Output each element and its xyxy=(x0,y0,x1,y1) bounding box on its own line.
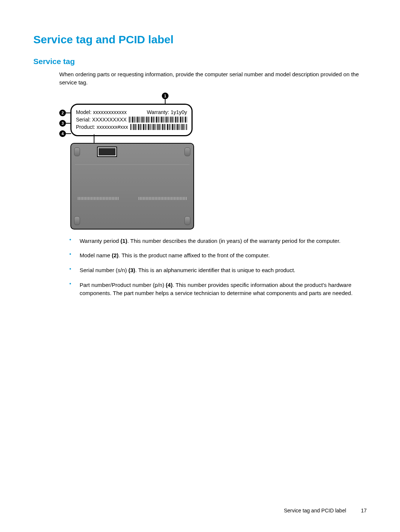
model-text: Model: xxxxxxxxxxxxx xyxy=(76,109,127,115)
warranty-text: Warranty: 1y1y0y xyxy=(147,109,187,115)
bullet-text-lead: Warranty period xyxy=(80,238,120,244)
callout-badge-4: 4 xyxy=(59,130,66,137)
bullet-text-lead: Model name xyxy=(80,252,112,258)
product-text: Product: xxxxxxxx#xxx xyxy=(76,124,128,130)
rubber-foot-icon xyxy=(184,216,190,225)
section-heading: Service tag xyxy=(33,57,367,66)
bullet-text-rest: . This is the product name affixed to th… xyxy=(119,252,270,258)
footer-section-title: Service tag and PCID label xyxy=(284,508,346,513)
rubber-foot-icon xyxy=(184,147,190,156)
list-item: Part number/Product number (p/n) (4). Th… xyxy=(80,281,367,297)
label-row-product: Product: xxxxxxxx#xxx xyxy=(76,124,187,130)
callout-badge-2: 2 xyxy=(59,110,66,116)
service-label-box: Model: xxxxxxxxxxxxx Warranty: 1y1y0y Se… xyxy=(70,104,193,136)
bullet-text-bold: (1) xyxy=(120,238,127,244)
panel-divider xyxy=(75,164,190,165)
callout-line-4 xyxy=(66,133,71,134)
label-location-marker xyxy=(98,147,116,156)
page-footer: Service tag and PCID label 17 xyxy=(284,508,367,513)
service-tag-figure: 1 2 3 4 Model: xxxxxxxxxxxxx Warranty: 1… xyxy=(59,94,200,230)
intro-paragraph: When ordering parts or requesting inform… xyxy=(59,70,367,87)
callout-badge-1: 1 xyxy=(162,93,169,99)
bullet-text-bold: (2) xyxy=(112,252,119,258)
bullet-text-rest: . This number describes the duration (in… xyxy=(127,238,341,244)
rubber-foot-icon xyxy=(74,147,80,156)
document-page: Service tag and PCID label Service tag W… xyxy=(0,0,400,532)
list-item: Warranty period (1). This number describ… xyxy=(80,237,367,245)
intro-block: When ordering parts or requesting inform… xyxy=(59,70,367,87)
barcode-icon xyxy=(130,124,187,130)
bullet-text-bold: (3) xyxy=(129,267,135,273)
bullet-text-rest: . This is an alphanumeric identifier tha… xyxy=(135,267,295,273)
serial-text: Serial: XXXXXXXXXX xyxy=(76,117,127,123)
page-number: 17 xyxy=(361,508,367,513)
page-heading: Service tag and PCID label xyxy=(33,33,367,46)
bullet-text-bold: (4) xyxy=(166,282,173,288)
list-item: Serial number (s/n) (3). This is an alph… xyxy=(80,266,367,274)
bullet-text-lead: Serial number (s/n) xyxy=(80,267,129,273)
barcode-icon xyxy=(129,117,187,123)
callout-badge-3: 3 xyxy=(59,120,66,127)
list-item: Model name (2). This is the product name… xyxy=(80,251,367,260)
bullet-text-lead: Part number/Product number (p/n) xyxy=(80,282,166,288)
callout-descriptions: Warranty period (1). This number describ… xyxy=(59,237,367,297)
label-row-model: Model: xxxxxxxxxxxxx Warranty: 1y1y0y xyxy=(76,109,187,115)
label-row-serial: Serial: XXXXXXXXXX xyxy=(76,117,187,123)
rubber-foot-icon xyxy=(74,216,80,225)
laptop-bottom-illustration xyxy=(70,143,194,230)
